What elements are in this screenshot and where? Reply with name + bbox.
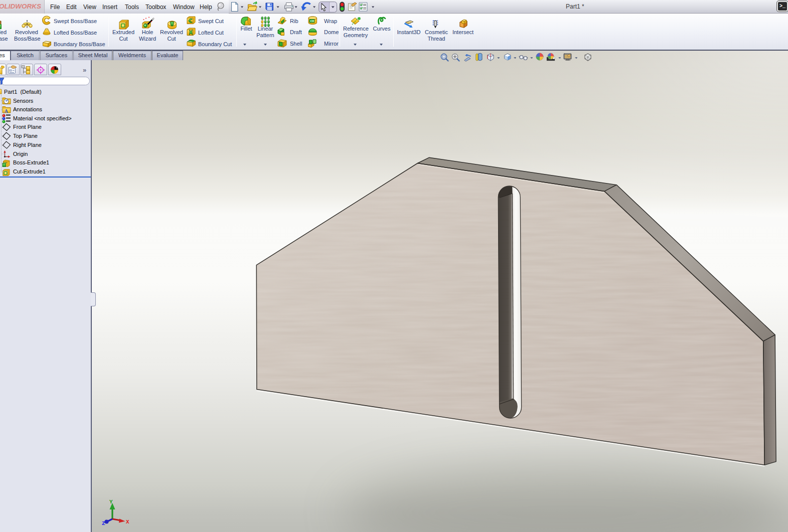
- svg-text:CD: CD: [310, 20, 314, 23]
- svg-text:A: A: [5, 108, 9, 114]
- svg-text:X: X: [126, 519, 129, 525]
- svg-text:Z: Z: [102, 520, 105, 526]
